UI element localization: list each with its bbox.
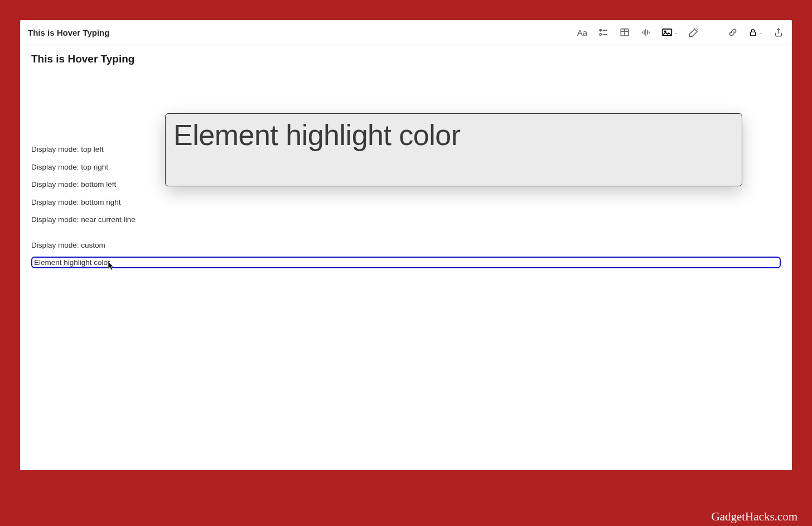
page-title: This is Hover Typing <box>31 53 781 65</box>
note-content[interactable]: This is Hover Typing Display mode: top l… <box>20 45 792 470</box>
share-button[interactable] <box>773 27 784 38</box>
audio-waveform-button[interactable] <box>640 27 651 38</box>
checklist-button[interactable] <box>598 27 609 38</box>
font-style-button[interactable]: Aa <box>577 27 588 38</box>
watermark-text: GadgetHacks.com <box>711 510 798 524</box>
media-button[interactable]: ⌄ <box>661 27 678 37</box>
toolbar: Aa <box>577 27 784 38</box>
titlebar: This is Hover Typing Aa <box>20 20 792 45</box>
hover-typing-panel: Element highlight color <box>165 113 742 186</box>
outer-frame: This is Hover Typing Aa <box>0 0 812 526</box>
hover-typing-text: Element highlight color <box>173 118 734 152</box>
note-line[interactable]: Display mode: near current line <box>31 211 781 229</box>
highlighted-line[interactable]: Element highlight color <box>31 257 781 268</box>
note-line[interactable]: Display mode: custom <box>31 237 781 254</box>
magic-pen-button[interactable] <box>688 27 699 38</box>
note-line[interactable]: Display mode: bottom right <box>31 194 781 211</box>
window-title: This is Hover Typing <box>28 28 109 37</box>
svg-rect-14 <box>750 32 755 36</box>
table-button[interactable] <box>619 27 630 38</box>
link-button[interactable] <box>727 27 738 38</box>
note-line[interactable] <box>31 229 781 237</box>
font-style-label: Aa <box>577 28 587 37</box>
app-window: This is Hover Typing Aa <box>20 20 792 470</box>
chevron-down-icon: ⌄ <box>758 30 763 35</box>
chevron-down-icon: ⌄ <box>674 30 678 35</box>
svg-point-2 <box>600 33 601 35</box>
lock-button[interactable]: ⌄ <box>748 27 763 37</box>
